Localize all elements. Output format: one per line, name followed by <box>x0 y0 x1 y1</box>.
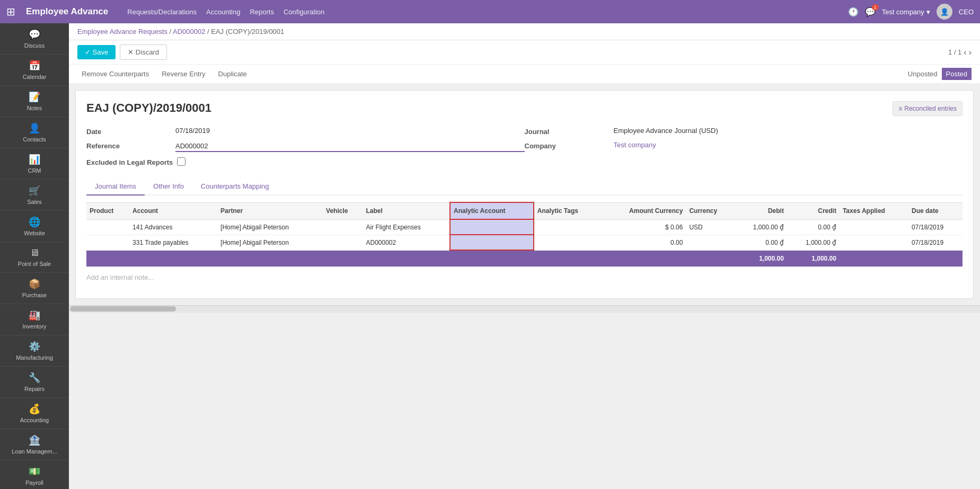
sidebar-icon: 📊 <box>29 154 40 165</box>
sidebar-icon: 💰 <box>29 403 40 415</box>
td-partner-1: [Home] Abigail Peterson <box>217 219 323 235</box>
journal-label: Journal <box>525 127 610 136</box>
sidebar-icon: 🛒 <box>29 185 40 197</box>
sidebar-label: Inventory <box>22 323 46 330</box>
sidebar-item-purchase[interactable]: 📦Purchase <box>0 273 69 304</box>
breadcrumb-current: EAJ (COPY)/2019/0001 <box>211 28 284 35</box>
sidebar-icon: 👤 <box>29 122 40 134</box>
chat-icon[interactable]: 💬 1 <box>865 7 876 17</box>
reconciled-icon: ≡ <box>898 105 902 112</box>
sidebar-label: Loan Managem... <box>12 448 57 455</box>
td-taxes-2 <box>840 235 908 250</box>
internal-note[interactable]: Add an internal note... <box>86 267 963 288</box>
breadcrumb-link-2[interactable]: AD000002 <box>173 28 205 35</box>
nav-configuration[interactable]: Configuration <box>284 8 324 16</box>
user-avatar[interactable]: 👤 <box>937 4 952 20</box>
th-vehicle: Vehicle <box>323 202 363 219</box>
company-selector[interactable]: Test company ▾ <box>882 8 930 16</box>
company-value: Test company <box>614 141 963 149</box>
td-analytic-account-1[interactable] <box>450 219 534 235</box>
th-due-date: Due date <box>908 202 963 219</box>
td-debit-1: 1,000.00 ₫ <box>735 219 787 235</box>
sidebar-label: Calendar <box>23 74 47 80</box>
excluded-value <box>177 157 524 167</box>
clock-icon[interactable]: 🕐 <box>848 7 859 17</box>
th-credit: Credit <box>787 202 840 219</box>
topbar-right: 🕐 💬 1 Test company ▾ 👤 CEO <box>848 4 974 20</box>
sidebar-item-website[interactable]: 🌐Website <box>0 211 69 242</box>
sidebar-item-manufacturing[interactable]: ⚙️Manufacturing <box>0 335 69 367</box>
sidebar-item-notes[interactable]: 📝Notes <box>0 86 69 117</box>
tab-journal-items[interactable]: Journal Items <box>86 178 145 195</box>
th-taxes-applied: Taxes Applied <box>840 202 908 219</box>
chat-badge: 1 <box>872 4 879 11</box>
pagination-prev[interactable]: ‹ <box>964 48 966 57</box>
td-currency-1: USD <box>686 219 734 235</box>
th-product: Product <box>86 202 129 219</box>
td-partner-2: [Home] Abigail Peterson <box>217 235 323 250</box>
tab-counterparts-mapping[interactable]: Counterparts Mapping <box>192 178 278 195</box>
sidebar-label: Notes <box>27 105 42 111</box>
date-value: 07/18/2019 <box>175 127 525 135</box>
sidebar-item-loan-managem...[interactable]: 🏦Loan Managem... <box>0 429 69 460</box>
status-posted[interactable]: Posted <box>942 68 972 80</box>
td-analytic-tags-1 <box>534 219 601 235</box>
reconciled-button[interactable]: ≡ Reconciled entries <box>893 101 963 116</box>
action-bar: Remove Counterparts Reverse Entry Duplic… <box>69 65 980 84</box>
sidebar-item-sales[interactable]: 🛒Sales <box>0 180 69 211</box>
td-credit-1: 0.00 ₫ <box>787 219 840 235</box>
form-col-left: Date 07/18/2019 Reference Excluded in Le… <box>86 127 525 167</box>
sidebar-item-accounting[interactable]: 💰Accounting <box>0 398 69 429</box>
sidebar-item-discuss[interactable]: 💬Discuss <box>0 23 69 55</box>
reference-input[interactable] <box>175 141 525 152</box>
nav-accounting[interactable]: Accounting <box>206 8 240 16</box>
horizontal-scrollbar[interactable] <box>69 305 980 313</box>
totals-credit: 1,000.00 <box>787 250 840 266</box>
status-unposted[interactable]: Unposted <box>904 68 942 80</box>
sidebar-item-inventory[interactable]: 🏭Inventory <box>0 304 69 335</box>
status-buttons: Unposted Posted <box>904 68 972 80</box>
sidebar-icon: 🔧 <box>29 372 40 384</box>
td-label-1: Air Flight Expenses <box>363 219 451 235</box>
nav-requests[interactable]: Requests/Declarations <box>127 8 197 16</box>
td-currency-2 <box>686 235 734 250</box>
nav-reports[interactable]: Reports <box>250 8 274 16</box>
breadcrumb-link-1[interactable]: Employee Advance Requests <box>77 28 167 35</box>
td-taxes-1 <box>840 219 908 235</box>
discard-button[interactable]: ✕ Discard <box>120 45 167 60</box>
totals-spacer <box>86 250 735 266</box>
apps-icon[interactable]: ⊞ <box>6 5 15 18</box>
td-due-date-2: 07/18/2019 <box>908 235 963 250</box>
content-area: Employee Advance Requests / AD000002 / E… <box>69 23 980 489</box>
sidebar-item-crm[interactable]: 📊CRM <box>0 148 69 180</box>
reference-label: Reference <box>86 141 171 150</box>
pagination-text: 1 / 1 <box>948 48 961 56</box>
table-row: 331 Trade payables [Home] Abigail Peters… <box>86 235 963 250</box>
form-col-right: Journal Employee Advance Journal (USD) C… <box>525 127 963 167</box>
sidebar-item-calendar[interactable]: 📅Calendar <box>0 55 69 86</box>
excluded-checkbox[interactable] <box>177 157 186 166</box>
remove-counterparts-button[interactable]: Remove Counterparts <box>77 68 153 80</box>
sidebar-icon: 🌐 <box>29 216 40 228</box>
excluded-row: Excluded in Legal Reports <box>86 157 525 167</box>
main-layout: 💬Discuss📅Calendar📝Notes👤Contacts📊CRM🛒Sal… <box>0 23 980 489</box>
company-row: Company Test company <box>525 141 963 150</box>
journal-value: Employee Advance Journal (USD) <box>614 127 963 135</box>
tab-other-info[interactable]: Other Info <box>145 178 192 195</box>
sidebar-icon: ⚙️ <box>29 341 40 352</box>
user-label: CEO <box>959 8 974 16</box>
pagination-next[interactable]: › <box>969 48 972 57</box>
sidebar-item-point-of-sale[interactable]: 🖥Point of Sale <box>0 242 69 273</box>
sidebar-item-repairs[interactable]: 🔧Repairs <box>0 367 69 398</box>
td-amount-currency-1: $ 0.06 <box>601 219 686 235</box>
td-analytic-account-2[interactable] <box>450 235 534 250</box>
sidebar-label: Manufacturing <box>16 354 53 361</box>
save-button[interactable]: ✓ Save <box>77 45 116 59</box>
company-link[interactable]: Test company <box>614 141 656 149</box>
sidebar-icon: 📦 <box>29 278 40 290</box>
sidebar-item-contacts[interactable]: 👤Contacts <box>0 117 69 148</box>
sidebar-item-payroll[interactable]: 💵Payroll <box>0 460 69 489</box>
reverse-entry-button[interactable]: Reverse Entry <box>157 68 209 80</box>
duplicate-button[interactable]: Duplicate <box>214 68 251 80</box>
sidebar-label: Sales <box>27 199 42 205</box>
